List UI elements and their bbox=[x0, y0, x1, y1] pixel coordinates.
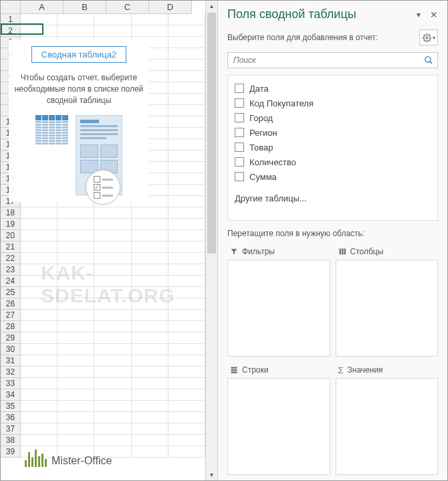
cell[interactable] bbox=[58, 344, 94, 355]
cell[interactable] bbox=[169, 242, 205, 253]
cell[interactable] bbox=[132, 14, 169, 25]
cell[interactable] bbox=[132, 230, 169, 242]
cell[interactable] bbox=[169, 219, 205, 230]
cell[interactable] bbox=[132, 242, 169, 253]
cell[interactable] bbox=[94, 378, 131, 389]
cell[interactable] bbox=[132, 435, 169, 446]
cell[interactable] bbox=[58, 412, 94, 423]
row-header[interactable]: 37 bbox=[1, 423, 21, 435]
cell[interactable] bbox=[94, 332, 131, 344]
cell[interactable] bbox=[94, 207, 131, 219]
cell[interactable] bbox=[132, 310, 169, 321]
cell[interactable] bbox=[58, 367, 94, 378]
cell[interactable] bbox=[169, 60, 205, 71]
search-input[interactable] bbox=[228, 53, 420, 68]
cell[interactable] bbox=[21, 298, 58, 310]
cell[interactable] bbox=[58, 355, 94, 367]
cell[interactable] bbox=[58, 287, 94, 298]
cell[interactable] bbox=[132, 367, 169, 378]
field-item[interactable]: Сумма bbox=[235, 169, 431, 184]
cell[interactable] bbox=[169, 173, 205, 185]
cell[interactable] bbox=[94, 25, 131, 37]
row-header[interactable]: 26 bbox=[1, 298, 21, 310]
cell[interactable] bbox=[58, 230, 94, 242]
field-item[interactable]: Дата bbox=[235, 81, 431, 96]
cell[interactable] bbox=[94, 219, 131, 230]
cell[interactable] bbox=[21, 242, 58, 253]
cell[interactable] bbox=[169, 207, 205, 219]
cell[interactable] bbox=[94, 230, 131, 242]
cell[interactable] bbox=[21, 367, 58, 378]
cell[interactable] bbox=[58, 332, 94, 344]
cell[interactable] bbox=[169, 128, 205, 139]
row-header[interactable]: 34 bbox=[1, 389, 21, 401]
cell[interactable] bbox=[58, 276, 94, 287]
cell[interactable] bbox=[58, 264, 94, 276]
cell[interactable] bbox=[169, 230, 205, 242]
cell[interactable] bbox=[58, 14, 94, 25]
panel-close-icon[interactable]: ✕ bbox=[430, 9, 438, 20]
area-values[interactable]: Σ Значения bbox=[336, 362, 439, 475]
cell[interactable] bbox=[21, 253, 58, 264]
row-header[interactable]: 23 bbox=[1, 264, 21, 276]
cell[interactable] bbox=[21, 435, 58, 446]
row-header[interactable]: 21 bbox=[1, 242, 21, 253]
cell[interactable] bbox=[132, 355, 169, 367]
cell[interactable] bbox=[132, 298, 169, 310]
area-rows-drop[interactable] bbox=[227, 378, 330, 475]
cell[interactable] bbox=[94, 355, 131, 367]
cell[interactable] bbox=[132, 219, 169, 230]
row-header[interactable]: 2 bbox=[1, 25, 21, 37]
search-button[interactable] bbox=[420, 53, 437, 68]
row-header[interactable]: 36 bbox=[1, 412, 21, 423]
cell[interactable] bbox=[132, 25, 169, 37]
cell[interactable] bbox=[132, 423, 169, 435]
field-item[interactable]: Код Покупателя bbox=[235, 96, 431, 110]
cell[interactable] bbox=[169, 344, 205, 355]
cell[interactable] bbox=[58, 321, 94, 332]
row-header[interactable]: 25 bbox=[1, 287, 21, 298]
cell[interactable] bbox=[21, 230, 58, 242]
cell[interactable] bbox=[132, 378, 169, 389]
field-item[interactable]: Регион bbox=[235, 125, 431, 140]
row-header[interactable]: 30 bbox=[1, 344, 21, 355]
row-header[interactable]: 39 bbox=[1, 446, 21, 458]
cell[interactable] bbox=[169, 151, 205, 162]
cell[interactable] bbox=[21, 276, 58, 287]
cell[interactable] bbox=[132, 401, 169, 412]
cell[interactable] bbox=[169, 321, 205, 332]
area-values-drop[interactable] bbox=[336, 378, 439, 475]
cell[interactable] bbox=[169, 389, 205, 401]
scroll-up-arrow[interactable]: ▴ bbox=[206, 1, 217, 11]
cell[interactable] bbox=[21, 344, 58, 355]
cell[interactable] bbox=[132, 332, 169, 344]
cell[interactable] bbox=[58, 242, 94, 253]
field-item[interactable]: Товар bbox=[235, 140, 431, 155]
cell[interactable] bbox=[169, 446, 205, 458]
cell[interactable] bbox=[169, 185, 205, 196]
cell[interactable] bbox=[169, 71, 205, 82]
cell[interactable] bbox=[58, 423, 94, 435]
cell[interactable] bbox=[132, 287, 169, 298]
cell[interactable] bbox=[169, 378, 205, 389]
cell[interactable] bbox=[132, 344, 169, 355]
cell[interactable] bbox=[94, 321, 131, 332]
area-columns[interactable]: Столбцы bbox=[336, 244, 439, 357]
cell[interactable] bbox=[58, 219, 94, 230]
row-header[interactable]: 29 bbox=[1, 332, 21, 344]
cell[interactable] bbox=[94, 264, 131, 276]
other-tables-link[interactable]: Другие таблицы... bbox=[235, 193, 431, 203]
cell[interactable] bbox=[58, 389, 94, 401]
cell[interactable] bbox=[21, 401, 58, 412]
cell[interactable] bbox=[21, 287, 58, 298]
row-header[interactable]: 33 bbox=[1, 378, 21, 389]
cell[interactable] bbox=[58, 378, 94, 389]
cell[interactable] bbox=[21, 355, 58, 367]
row-header[interactable]: 31 bbox=[1, 355, 21, 367]
cell[interactable] bbox=[58, 401, 94, 412]
cell[interactable] bbox=[169, 116, 205, 128]
cell[interactable] bbox=[94, 401, 131, 412]
cell[interactable] bbox=[21, 14, 58, 25]
cell[interactable] bbox=[94, 435, 131, 446]
cell[interactable] bbox=[169, 298, 205, 310]
